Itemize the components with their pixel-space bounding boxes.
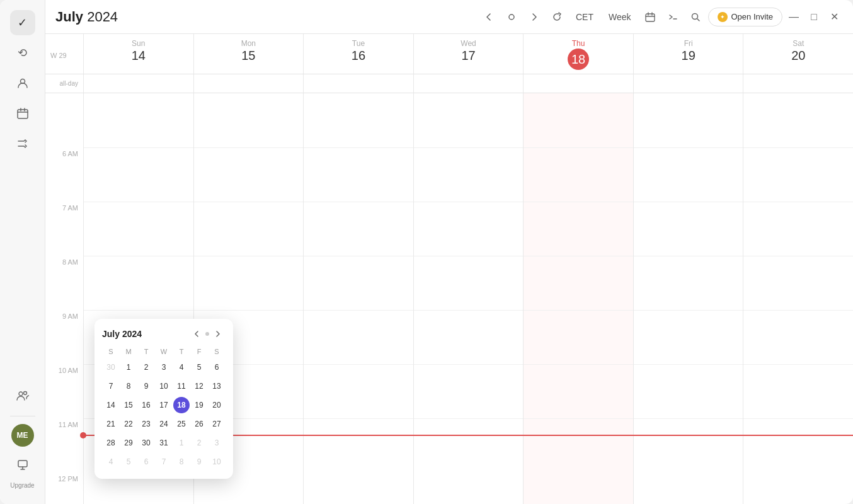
grid-col-tue[interactable]	[303, 93, 413, 504]
mini-cal-grid: S M T W T F S 30	[102, 346, 226, 471]
next-button[interactable]	[524, 7, 544, 27]
sidebar-item-check[interactable]: ✓	[10, 10, 35, 35]
main-area: July 2024 CET Week	[45, 0, 853, 504]
svg-rect-1	[18, 110, 28, 118]
calendar-view-button[interactable]	[640, 7, 660, 27]
header-nav: CET Week ✦ Open Invite — □ ✕	[479, 7, 843, 27]
search-button[interactable]	[685, 7, 706, 27]
svg-rect-6	[646, 14, 655, 21]
sidebar-item-people[interactable]	[10, 383, 35, 408]
time-labels: 6 AM 7 AM 8 AM 9 AM 10 AM 11 AM 12 PM	[45, 93, 83, 504]
time-label-10am: 10 AM	[45, 364, 83, 418]
svg-point-5	[509, 14, 514, 20]
sidebar-item-loop[interactable]: ⟲	[10, 40, 35, 66]
close-button[interactable]: ✕	[825, 8, 843, 26]
mini-cal-week-4: 21 22 23 24 25 26 27	[102, 415, 226, 433]
page-title: July 2024	[55, 9, 118, 25]
svg-point-3	[23, 392, 26, 395]
grid-col-fri[interactable]	[633, 93, 743, 504]
mini-cal-week-6: 4 5 6 7 8 9 10	[102, 452, 226, 471]
maximize-button[interactable]: □	[805, 8, 823, 26]
day-col-tue[interactable]: Tue 16	[303, 34, 413, 74]
all-day-cell-fri[interactable]	[633, 74, 743, 93]
all-day-cell-tue[interactable]	[303, 74, 413, 93]
time-label-8am: 8 AM	[45, 256, 83, 310]
all-day-cell-mon[interactable]	[193, 74, 304, 93]
sidebar-item-contacts[interactable]	[10, 71, 35, 96]
mini-cal-header: July 2024	[102, 326, 226, 341]
mini-cal-week-3: 14 15 16 17 18 19 20	[102, 396, 226, 415]
sidebar-item-shuffle[interactable]	[10, 131, 35, 156]
day-col-wed[interactable]: Wed 17	[413, 34, 524, 74]
timezone-button[interactable]: CET	[570, 9, 600, 25]
open-invite-icon: ✦	[718, 12, 728, 22]
all-day-cell-thu[interactable]	[523, 74, 633, 93]
day-col-thu[interactable]: Thu 18	[523, 34, 633, 74]
time-label-12pm: 12 PM	[45, 472, 83, 504]
mini-calendar-popup: July 2024	[94, 319, 233, 479]
grid-col-sat[interactable]	[743, 93, 853, 504]
mini-cal-week-5: 28 29 30 31 1 2 3	[102, 433, 226, 452]
mini-cal-next[interactable]	[210, 326, 226, 341]
svg-rect-4	[18, 461, 27, 467]
terminal-button[interactable]	[663, 7, 683, 27]
svg-point-2	[19, 392, 23, 396]
week-number: W 29	[45, 34, 83, 74]
all-day-label: all-day	[45, 74, 83, 93]
open-invite-label: Open Invite	[731, 12, 774, 21]
upgrade-label[interactable]: Upgrade	[10, 482, 34, 489]
mini-cal-title: July 2024	[102, 329, 142, 339]
week-view-button[interactable]: Week	[602, 9, 638, 25]
mini-cal-week-1: 30 1 2 3 4 5 6	[102, 358, 226, 377]
refresh-button[interactable]	[547, 7, 567, 27]
mini-cal-nav	[189, 326, 226, 341]
mini-cal-today-dot[interactable]	[205, 332, 209, 336]
all-day-row: all-day	[45, 74, 853, 93]
mini-cal-prev[interactable]	[189, 326, 204, 341]
day-col-mon[interactable]: Mon 15	[193, 34, 304, 74]
today-dot-button[interactable]	[501, 7, 522, 27]
day-col-fri[interactable]: Fri 19	[633, 34, 743, 74]
time-label-11am: 11 AM	[45, 418, 83, 472]
day-header-row: W 29 Sun 14 Mon 15 Tue 16	[45, 34, 853, 74]
header: July 2024 CET Week	[45, 0, 853, 34]
time-label-7am: 7 AM	[45, 202, 83, 256]
sidebar: ✓ ⟲ ME Upgrade	[0, 0, 45, 504]
prev-button[interactable]	[479, 7, 499, 27]
calendar-area: W 29 Sun 14 Mon 15 Tue 16	[45, 34, 853, 504]
user-avatar[interactable]: ME	[11, 424, 34, 447]
sidebar-item-device[interactable]	[10, 452, 35, 477]
all-day-cell-sun[interactable]	[83, 74, 193, 93]
all-day-cell-wed[interactable]	[413, 74, 524, 93]
time-label-6am: 6 AM	[45, 147, 83, 202]
all-day-cell-sat[interactable]	[743, 74, 853, 93]
day-col-sat[interactable]: Sat 20	[743, 34, 853, 74]
minimize-button[interactable]: —	[785, 8, 803, 26]
grid-col-thu[interactable]	[523, 93, 633, 504]
grid-col-wed[interactable]	[413, 93, 524, 504]
open-invite-button[interactable]: ✦ Open Invite	[708, 8, 783, 26]
mini-cal-week-2: 7 8 9 10 11 12 13	[102, 377, 226, 396]
time-label-9am: 9 AM	[45, 310, 83, 364]
sidebar-item-calendar[interactable]	[10, 101, 35, 126]
svg-point-7	[692, 13, 697, 19]
day-col-sun[interactable]: Sun 14	[83, 34, 193, 74]
